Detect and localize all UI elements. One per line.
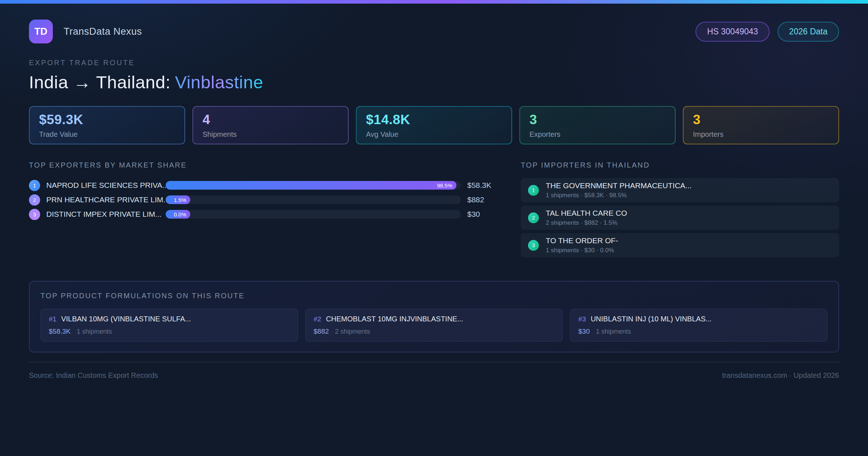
exporter-value: $30	[467, 210, 499, 219]
exporters-section: TOP EXPORTERS BY MARKET SHARE 1 NAPROD L…	[29, 161, 499, 261]
product-rank: #2	[314, 315, 321, 323]
stat-label: Avg Value	[366, 130, 502, 139]
importer-name: TAL HEALTH CARE CO	[546, 209, 627, 218]
product-value: $882	[314, 328, 329, 335]
stat-value: 4	[203, 112, 339, 127]
stat-label: Shipments	[203, 130, 339, 139]
page-title: India → Thailand:Vinblastine	[29, 72, 839, 92]
rank-badge: 1	[29, 180, 40, 191]
rank-badge: 1	[528, 185, 539, 196]
stat-card-exporters: 3 Exporters	[519, 106, 676, 144]
market-share-percent: 98.5%	[437, 182, 452, 189]
product-name: UNIBLASTIN INJ (10 ML) VINBLAS...	[591, 315, 712, 323]
stat-value: $59.3K	[39, 112, 175, 127]
product-card[interactable]: #1 VILBAN 10MG (VINBLASTINE SULFA... $58…	[41, 309, 298, 342]
title-route: India → Thailand:	[29, 72, 171, 92]
importer-card[interactable]: 2 TAL HEALTH CARE CO 2 shipments · $882 …	[521, 206, 839, 230]
stat-value: 3	[693, 112, 829, 127]
top-accent-bar	[0, 0, 868, 4]
importer-detail: 1 shipments · $58.3K · 98.5%	[546, 192, 692, 199]
products-heading: TOP PRODUCT FORMULATIONS ON THIS ROUTE	[41, 292, 827, 300]
stat-label: Importers	[693, 130, 829, 139]
footer-source: Source: Indian Customs Export Records	[29, 371, 158, 380]
stats-row: $59.3K Trade Value 4 Shipments $14.8K Av…	[29, 106, 839, 144]
product-shipments: 1 shipments	[77, 328, 112, 335]
market-share-percent: 0.0%	[174, 211, 186, 218]
stat-card-shipments: 4 Shipments	[192, 106, 349, 144]
product-name: VILBAN 10MG (VINBLASTINE SULFA...	[61, 315, 191, 323]
importers-section: TOP IMPORTERS IN THAILAND 1 THE GOVERNME…	[521, 161, 839, 261]
header-badges: HS 30049043 2026 Data	[695, 22, 839, 42]
rank-badge: 2	[29, 194, 40, 206]
importer-card[interactable]: 1 THE GOVERNMENT PHARMACEUTICA... 1 ship…	[521, 178, 839, 202]
stat-card-importers: 3 Importers	[683, 106, 839, 144]
importers-heading: TOP IMPORTERS IN THAILAND	[521, 161, 839, 169]
hs-code-badge[interactable]: HS 30049043	[695, 22, 770, 42]
stat-label: Trade Value	[39, 130, 175, 139]
exporter-name: PRN HEALTHCARE PRIVATE LIM...	[46, 195, 166, 204]
product-value: $58.3K	[49, 328, 71, 335]
market-share-bar: 1.5%	[166, 195, 190, 204]
page-container: TD TransData Nexus HS 30049043 2026 Data…	[0, 20, 868, 380]
market-share-percent: 1.5%	[174, 197, 186, 203]
brand: TD TransData Nexus	[29, 20, 142, 43]
stat-value: 3	[529, 112, 665, 127]
exporter-value: $882	[467, 195, 499, 204]
exporter-name: NAPROD LIFE SCIENCES PRIVA...	[46, 181, 166, 190]
importer-name: TO THE ORDER OF-	[546, 236, 618, 245]
exporter-value: $58.3K	[467, 181, 499, 190]
rank-badge: 3	[528, 240, 539, 251]
eyebrow-label: EXPORT TRADE ROUTE	[29, 59, 839, 67]
market-share-bar-track: 98.5%	[166, 181, 461, 190]
rank-badge: 3	[29, 209, 40, 220]
importer-detail: 2 shipments · $882 · 1.5%	[546, 219, 627, 227]
exporters-heading: TOP EXPORTERS BY MARKET SHARE	[29, 161, 499, 169]
header: TD TransData Nexus HS 30049043 2026 Data	[29, 20, 839, 43]
product-value: $30	[578, 328, 590, 335]
exporter-row[interactable]: 2 PRN HEALTHCARE PRIVATE LIM... 1.5% $88…	[29, 193, 499, 207]
stat-label: Exporters	[529, 130, 665, 139]
product-shipments: 2 shipments	[335, 328, 370, 335]
product-card[interactable]: #2 CHEMOBLAST 10MG INJVINBLASTINE... $88…	[305, 309, 563, 342]
importer-detail: 1 shipments · $30 · 0.0%	[546, 247, 618, 254]
product-card[interactable]: #3 UNIBLASTIN INJ (10 ML) VINBLAS... $30…	[570, 309, 827, 342]
market-share-bar: 98.5%	[166, 181, 456, 190]
product-shipments: 1 shipments	[596, 328, 631, 335]
stat-card-avg-value: $14.8K Avg Value	[356, 106, 512, 144]
brand-name: TransData Nexus	[64, 26, 142, 37]
footer: Source: Indian Customs Export Records tr…	[29, 371, 839, 380]
products-panel: TOP PRODUCT FORMULATIONS ON THIS ROUTE #…	[29, 281, 839, 352]
year-data-badge[interactable]: 2026 Data	[778, 22, 839, 42]
footer-divider	[29, 362, 839, 363]
exporter-row[interactable]: 3 DISTINCT IMPEX PRIVATE LIM... 0.0% $30	[29, 207, 499, 221]
rank-badge: 2	[528, 212, 539, 223]
market-share-bar: 0.0%	[166, 210, 190, 219]
importer-card[interactable]: 3 TO THE ORDER OF- 1 shipments · $30 · 0…	[521, 233, 839, 257]
product-name: CHEMOBLAST 10MG INJVINBLASTINE...	[326, 315, 463, 323]
stat-value: $14.8K	[366, 112, 502, 127]
market-share-bar-track: 1.5%	[166, 195, 461, 204]
brand-logo-icon: TD	[29, 20, 53, 43]
product-rank: #1	[49, 315, 56, 323]
product-rank: #3	[578, 315, 586, 323]
exporter-name: DISTINCT IMPEX PRIVATE LIM...	[46, 210, 166, 219]
footer-site: transdatanexus.com · Updated 2026	[722, 371, 839, 380]
exporter-row[interactable]: 1 NAPROD LIFE SCIENCES PRIVA... 98.5% $5…	[29, 178, 499, 193]
market-share-bar-track: 0.0%	[166, 210, 461, 219]
importer-name: THE GOVERNMENT PHARMACEUTICA...	[546, 181, 692, 190]
title-product: Vinblastine	[175, 72, 263, 92]
stat-card-trade-value: $59.3K Trade Value	[29, 106, 185, 144]
